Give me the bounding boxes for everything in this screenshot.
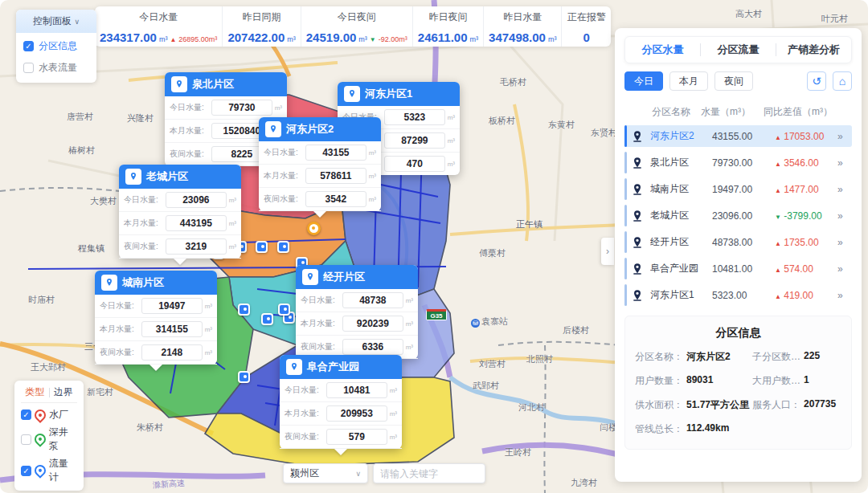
row-value: 87299 [384, 132, 445, 149]
row-value: 23096 [166, 192, 227, 208]
stat-unit: m³ [548, 35, 557, 43]
stat-delta: 26895.00m³ [178, 35, 217, 43]
period-today-button[interactable]: 今日 [624, 71, 663, 91]
info-population: 服务人口：207735 [752, 398, 841, 412]
header-zone-name: 分区名称 [652, 105, 701, 119]
row-value: 5323 [384, 109, 445, 125]
checkbox-zone-info[interactable]: ✓分区信息 [23, 39, 89, 53]
zone-pin-icon [286, 359, 302, 375]
stat-tonight: 今日夜间 24519.00m³▼-92.00m³ [301, 6, 413, 47]
table-row[interactable]: 河东片区243155.00 ▲ 17053.00 » [624, 125, 852, 147]
header-volume: 水量（m³） [701, 105, 764, 119]
table-row[interactable]: 城南片区19497.00 ▲ 1477.00 » [624, 178, 852, 200]
legend-item-waterplant[interactable]: ✓水厂 [21, 408, 77, 422]
row-chevron-icon[interactable]: » [837, 263, 852, 275]
map-label: 叶元村 [821, 13, 848, 25]
row-value: 19497 [141, 298, 203, 314]
row-chevron-icon[interactable]: » [837, 237, 852, 248]
map-marker[interactable] [278, 304, 290, 316]
table-row[interactable]: 泉北片区79730.00 ▲ 3546.00 » [624, 152, 852, 173]
table-row[interactable]: 老城片区23096.00 ▼ -3799.00 » [624, 205, 852, 226]
row-value: 579 [326, 429, 387, 445]
right-panel: 分区水量 分区流量 产销差分析 今日 本月 夜间 ↺ ⌂ 分区名称 水量（m³）… [615, 28, 862, 482]
row-chevron-icon[interactable]: » [837, 131, 852, 142]
stat-value: 234317.00 [100, 31, 157, 44]
info-users: 用户数量：89031 [635, 374, 749, 388]
up-arrow-icon: ▲ [170, 36, 176, 43]
popup-title: 河东片区1 [365, 87, 412, 101]
popup-chengnan[interactable]: 城南片区 今日水量:19497m³ 本月水量:314155m³ 夜间水量:214… [95, 271, 217, 365]
legend-item-flowmeter[interactable]: ✓流量计 [21, 457, 77, 484]
header-delta: 同比差值（m³） [764, 105, 834, 119]
control-panel: 控制面板 ∨ ✓分区信息 水表流量 [16, 10, 96, 83]
row-unit: m³ [229, 220, 236, 227]
stat-value: 24611.00 [418, 31, 468, 44]
tab-zone-volume[interactable]: 分区水量 [625, 43, 700, 57]
map-label: 朱桥村 [137, 422, 163, 434]
map-marker[interactable] [238, 371, 250, 383]
table-row[interactable]: 阜合产业园10481.00 ▲ 574.00 » [624, 258, 852, 279]
checkbox-checked-icon[interactable]: ✓ [21, 466, 31, 476]
row-value: 443195 [166, 215, 227, 231]
row-label: 夜间水量: [285, 431, 326, 442]
checkbox-checked-icon[interactable]: ✓ [21, 409, 31, 420]
row-label: 本月水量: [285, 408, 326, 419]
map-label: 东黄村 [548, 119, 575, 131]
popup-laocheng[interactable]: 老城片区 今日水量:23096m³ 本月水量:443195m³ 夜间水量:321… [119, 165, 241, 259]
up-arrow-icon: ▲ [775, 161, 781, 168]
row-chevron-icon[interactable]: » [837, 210, 852, 222]
legend-tab-type[interactable]: 类型 [21, 385, 49, 399]
row-label: 夜间水量: [100, 347, 141, 358]
row-label: 夜间水量: [264, 194, 305, 205]
zone-pin-icon [101, 275, 117, 291]
row-chevron-icon[interactable]: » [837, 184, 852, 195]
period-month-button[interactable]: 本月 [669, 71, 708, 91]
tab-nrw-analysis[interactable]: 产销差分析 [776, 43, 851, 57]
table-row[interactable]: 经开片区48738.00 ▲ 1735.00 » [624, 231, 852, 253]
district-select[interactable]: 颍州区∨ [283, 463, 368, 483]
map-label: 王大郢村 [31, 361, 66, 373]
map-marker[interactable] [256, 241, 268, 253]
row-unit: m³ [205, 349, 212, 357]
map-marker[interactable] [238, 304, 250, 316]
panel-collapse-handle[interactable]: › [601, 238, 614, 265]
stat-delta: -92.00m³ [379, 35, 407, 43]
row-chevron-icon[interactable]: » [837, 290, 852, 301]
info-subzones: 子分区数…225 [752, 350, 841, 364]
popup-hedong2[interactable]: 河东片区2 今日水量:43155m³ 本月水量:578611m³ 夜间水量:35… [259, 117, 381, 211]
home-icon[interactable]: ⌂ [833, 71, 852, 91]
period-night-button[interactable]: 夜间 [714, 71, 753, 91]
checkbox-checked-icon[interactable]: ✓ [23, 41, 34, 51]
table-row[interactable]: 河东片区15323.00 ▲ 419.00 » [624, 284, 852, 306]
row-unit: m³ [369, 196, 376, 203]
tab-zone-flow[interactable]: 分区流量 [701, 43, 776, 57]
popup-jingkai[interactable]: 经开片区 今日水量:48738m³ 本月水量:920239m³ 夜间水量:633… [296, 265, 418, 359]
stat-value: 347498.00 [489, 31, 546, 44]
row-value: 3219 [166, 238, 227, 255]
stat-unit: m³ [470, 35, 479, 43]
up-arrow-icon: ▲ [775, 187, 781, 194]
checkbox-unchecked-icon[interactable] [23, 63, 34, 73]
map-marker-selected[interactable] [307, 222, 321, 235]
popup-fuhe[interactable]: 阜合产业园 今日水量:10481m³ 本月水量:209953m³ 夜间水量:57… [280, 355, 402, 449]
legend-item-deepwell-pump[interactable]: 深井泵 [21, 426, 77, 453]
undo-icon[interactable]: ↺ [807, 71, 826, 91]
map-label: 程集镇 [78, 242, 104, 255]
popup-title: 泉北片区 [192, 77, 234, 92]
row-chevron-icon[interactable]: » [837, 157, 852, 169]
control-panel-toggle[interactable]: 控制面板 ∨ [16, 10, 96, 33]
row-label: 今日水量: [170, 102, 211, 113]
keyword-input[interactable] [373, 463, 485, 483]
map-marker[interactable] [261, 313, 273, 325]
checkbox-unchecked-icon[interactable] [21, 434, 31, 445]
down-arrow-icon: ▼ [775, 214, 781, 221]
map-label: 板桥村 [489, 115, 515, 127]
row-label: 本月水量: [170, 125, 211, 136]
popup-title: 河东片区2 [286, 122, 334, 136]
legend-tab-boundary[interactable]: 边界 [50, 385, 78, 399]
map-marker[interactable] [277, 241, 289, 253]
row-value: 3542 [305, 191, 366, 207]
checkbox-meter-flow[interactable]: 水表流量 [23, 61, 89, 75]
row-value: 48738 [342, 292, 403, 308]
up-arrow-icon: ▲ [775, 293, 781, 300]
